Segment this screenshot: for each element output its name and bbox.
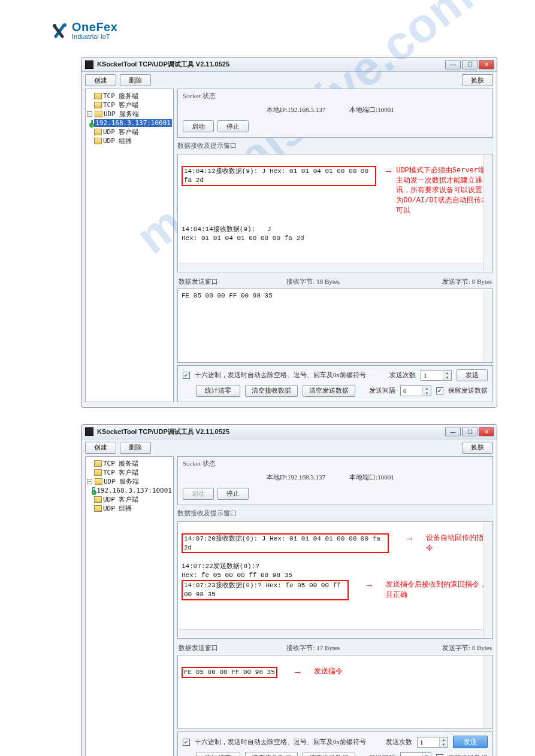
tree-item-udp-client[interactable]: UDP 客户端	[87, 127, 172, 136]
onefex-logo: OneFex Industrial IoT	[53, 21, 535, 40]
recv-highlight-1: 14:04:12接收数据(9): J Hex: 01 01 04 01 00 0…	[182, 166, 376, 186]
tree-item-udp-multicast[interactable]: UDP 组播	[87, 504, 172, 513]
collapse-icon[interactable]: −	[87, 479, 92, 484]
send-count-input[interactable]	[418, 737, 439, 747]
delete-button[interactable]: 删除	[120, 442, 151, 454]
tree-item-udp-server[interactable]: −UDP 服务端	[87, 477, 172, 486]
send-interval-label: 发送间隔	[369, 754, 395, 756]
spinner-up-icon[interactable]: ▲	[423, 753, 431, 756]
scrollbar-v[interactable]	[483, 523, 492, 637]
tree-item-tcp-client[interactable]: TCP 客户端	[87, 468, 172, 477]
send-interval-input[interactable]	[401, 753, 422, 756]
send-textarea[interactable]: FE 05 00 00 FF 00 98 35 → 发送指令	[177, 655, 493, 729]
keep-send-checkbox[interactable]	[436, 387, 443, 394]
folder-icon	[94, 460, 102, 467]
hex-checkbox[interactable]	[183, 372, 190, 379]
hex-label: 十六进制，发送时自动去除空格、逗号、回车及0x前缀符号	[195, 737, 366, 746]
send-highlight: FE 05 00 00 FF 00 98 35	[182, 667, 277, 678]
tree-item-udp-endpoint[interactable]: 192.168.3.137:10001	[87, 486, 172, 495]
send-clear-button[interactable]: 清空发送数据	[303, 752, 355, 756]
scrollbar-h[interactable]	[179, 629, 483, 637]
close-button[interactable]: ✕	[479, 60, 494, 69]
recv-textarea[interactable]: 14:07:20接收数据(9): J Hex: 01 01 04 01 00 0…	[177, 521, 493, 639]
maximize-button[interactable]: ☐	[462, 427, 477, 436]
folder-icon	[95, 111, 102, 117]
send-interval-spinner[interactable]: ▲▼	[400, 752, 431, 756]
skin-button[interactable]: 换肤	[462, 442, 493, 454]
titlebar[interactable]: KSocketTool TCP/UDP调试工具 V2.11.0525 — ☐ ✕	[81, 57, 497, 72]
spinner-up-icon[interactable]: ▲	[443, 371, 451, 375]
collapse-icon[interactable]: −	[87, 111, 92, 117]
annot-reply-correct: 发送指令后接收到的返回指令，且正确	[386, 580, 489, 600]
spinner-up-icon[interactable]: ▲	[440, 737, 448, 742]
create-button[interactable]: 创建	[85, 74, 116, 86]
connection-tree[interactable]: TCP 服务端 TCP 客户端 −UDP 服务端 192.168.3.137:1…	[85, 89, 174, 402]
send-count-spinner[interactable]: ▲▼	[421, 370, 452, 381]
minimize-button[interactable]: —	[445, 427, 461, 436]
send-count-label: 发送次数	[389, 371, 416, 379]
stat-clear-button[interactable]: 统计清零	[196, 752, 240, 756]
start-button[interactable]: 启动	[183, 120, 214, 132]
ksockettool-window-2: KSocketTool TCP/UDP调试工具 V2.11.0525 — ☐ ✕…	[81, 424, 497, 756]
scrollbar-v[interactable]	[483, 155, 492, 271]
scrollbar-h[interactable]	[179, 263, 483, 271]
delete-button[interactable]: 删除	[120, 74, 151, 86]
recv-panel-title: 数据接收及提示窗口	[177, 508, 493, 519]
close-button[interactable]: ✕	[479, 427, 494, 436]
connection-tree[interactable]: TCP 服务端 TCP 客户端 −UDP 服务端 192.168.3.137:1…	[85, 456, 174, 756]
arrow-right-icon: →	[295, 667, 301, 680]
app-icon	[85, 60, 93, 69]
create-button[interactable]: 创建	[85, 442, 116, 454]
send-textarea[interactable]: FE 05 00 00 FF 00 98 35	[177, 289, 493, 363]
titlebar[interactable]: KSocketTool TCP/UDP调试工具 V2.11.0525 — ☐ ✕	[81, 425, 497, 439]
arrow-right-icon: →	[367, 580, 373, 593]
send-button[interactable]: 发送	[457, 369, 488, 381]
recv-highlight-2: 14:07:23接收数据(8):? Hex: fe 05 00 00 ff 00…	[182, 580, 349, 600]
send-interval-label: 发送间隔	[369, 386, 395, 395]
tree-item-tcp-server[interactable]: TCP 服务端	[87, 459, 172, 468]
spinner-down-icon[interactable]: ▼	[443, 375, 451, 380]
hex-checkbox[interactable]	[183, 739, 190, 746]
maximize-button[interactable]: ☐	[462, 60, 477, 69]
send-interval-input[interactable]	[401, 386, 422, 396]
recv-bytes: 接收字节: 18 Bytes	[286, 277, 383, 286]
logo-title: OneFex	[72, 21, 117, 33]
folder-icon	[95, 478, 102, 485]
send-count-input[interactable]	[421, 371, 443, 380]
recv-panel-title: 数据接收及提示窗口	[177, 140, 493, 151]
tree-item-udp-endpoint[interactable]: 192.168.3.137:10001	[87, 119, 172, 127]
tree-item-tcp-server[interactable]: TCP 服务端	[87, 92, 172, 101]
socket-status-title: Socket 状态	[183, 459, 488, 468]
skin-button[interactable]: 换肤	[462, 74, 493, 86]
send-panel-title: 数据发送窗口	[179, 643, 276, 652]
stop-button[interactable]: 停止	[217, 120, 249, 132]
socket-status-title: Socket 状态	[183, 92, 488, 101]
tree-item-udp-multicast[interactable]: UDP 组播	[87, 136, 172, 145]
onefex-logo-mark	[53, 22, 68, 39]
send-button[interactable]: 发送	[453, 736, 488, 748]
scrollbar-v[interactable]	[483, 656, 492, 728]
spinner-down-icon[interactable]: ▼	[440, 742, 448, 747]
tree-item-udp-client[interactable]: UDP 客户端	[87, 495, 172, 504]
stat-clear-button[interactable]: 统计清零	[196, 385, 240, 397]
recv-textarea[interactable]: 14:04:12接收数据(9): J Hex: 01 01 04 01 00 0…	[177, 154, 493, 272]
stop-button[interactable]: 停止	[217, 488, 249, 500]
send-panel-title: 数据发送窗口	[179, 277, 276, 286]
send-interval-spinner[interactable]: ▲▼	[400, 385, 431, 396]
spinner-up-icon[interactable]: ▲	[423, 386, 431, 391]
socket-status-panel: Socket 状态 本地IP:192.168.3.137 本地端口:10001 …	[177, 89, 493, 138]
local-ip: 本地IP:192.168.3.137	[267, 105, 325, 114]
tree-item-tcp-client[interactable]: TCP 客户端	[87, 101, 172, 110]
start-button[interactable]: 启动	[183, 488, 214, 500]
scrollbar-v[interactable]	[483, 290, 492, 362]
folder-icon	[94, 93, 102, 99]
minimize-button[interactable]: —	[445, 60, 461, 69]
recv-clear-button[interactable]: 清空接收数据	[245, 385, 298, 397]
svg-point-1	[53, 24, 56, 28]
tree-item-udp-server[interactable]: −UDP 服务端	[87, 110, 172, 119]
send-clear-button[interactable]: 清空发送数据	[303, 385, 355, 397]
send-count-spinner[interactable]: ▲▼	[417, 737, 448, 748]
send-bytes: 发送字节: 0 Bytes	[395, 277, 492, 286]
spinner-down-icon[interactable]: ▼	[423, 391, 431, 396]
recv-clear-button[interactable]: 清空接收数据	[245, 752, 298, 756]
